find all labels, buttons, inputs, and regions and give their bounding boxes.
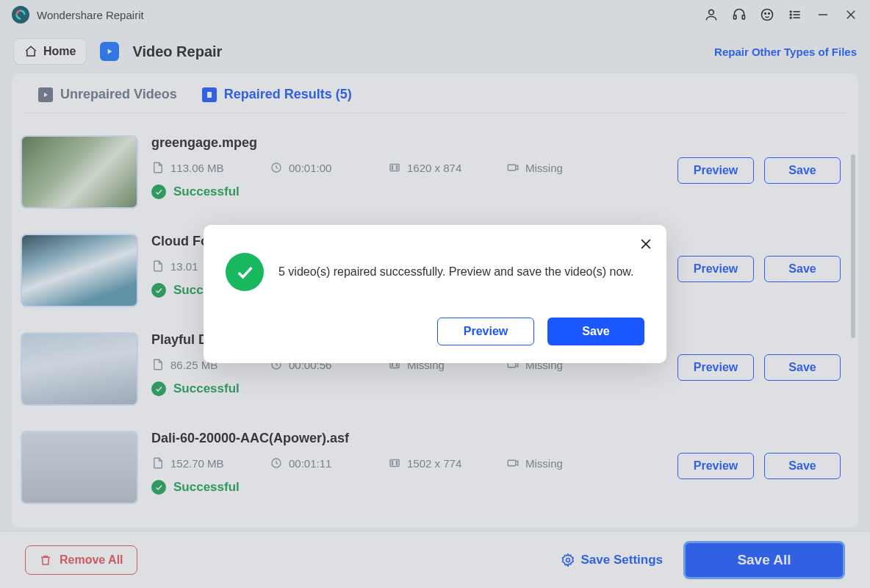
success-modal: 5 video(s) repaired successfully. Previe…	[204, 225, 666, 363]
modal-body: 5 video(s) repaired successfully. Previe…	[226, 245, 644, 291]
close-icon	[639, 237, 653, 251]
modal-preview-button[interactable]: Preview	[437, 318, 534, 345]
modal-close-button[interactable]	[639, 237, 653, 251]
modal-actions: Preview Save	[226, 318, 644, 345]
modal-save-button[interactable]: Save	[547, 318, 644, 345]
success-check-icon	[226, 253, 264, 291]
modal-overlay: 5 video(s) repaired successfully. Previe…	[0, 0, 870, 588]
modal-message: 5 video(s) repaired successfully. Previe…	[278, 265, 633, 279]
